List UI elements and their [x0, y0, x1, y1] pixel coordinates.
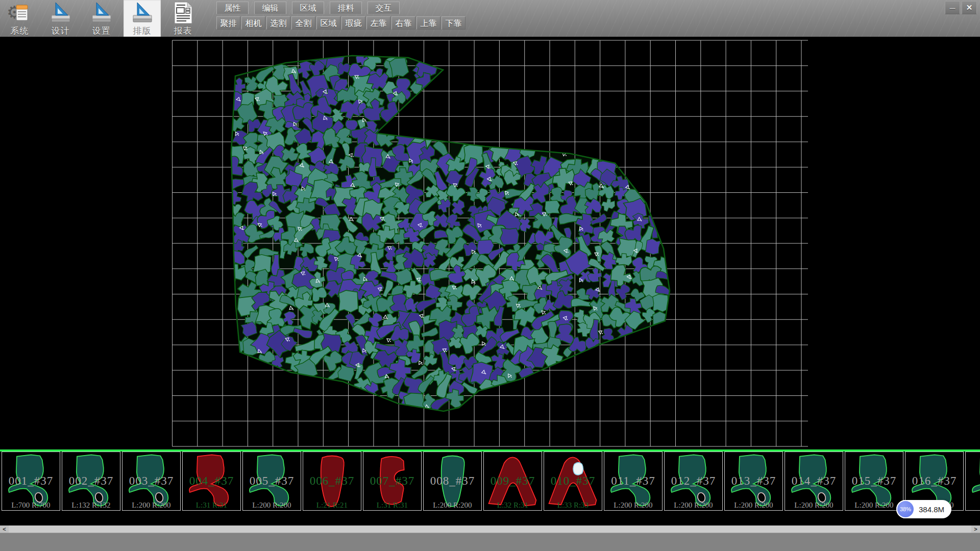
ruler-icon — [89, 1, 114, 24]
part-lr-label: L:200 R:200 — [604, 501, 662, 510]
part-thumbnail-008_#37[interactable]: 008_#37L:200 R:200 — [423, 452, 482, 511]
part-id-label: 014_#37 — [785, 474, 843, 488]
part-id-label: 012_#37 — [665, 474, 722, 488]
gear-icon: ⚙ — [8, 1, 32, 24]
app-button-设计[interactable]: 设计 — [42, 0, 79, 37]
part-lr-label: L:200 R:200 — [243, 501, 301, 510]
part-id-label: 008_#37 — [424, 474, 481, 488]
nesting-canvas-svg — [0, 37, 980, 449]
minimize-button[interactable]: ─ — [945, 1, 960, 14]
part-id-label: 013_#37 — [725, 474, 782, 488]
part-id-label: 009_#37 — [484, 474, 542, 488]
part-thumbnail-pos-16[interactable] — [965, 452, 980, 511]
menu-item-属性[interactable]: 属性 — [216, 2, 249, 14]
app-button-label: 报表 — [174, 25, 192, 37]
tool-button-左靠-6[interactable]: 左靠 — [366, 16, 390, 30]
part-id-label: 006_#37 — [303, 474, 361, 488]
tool-button-全割-3[interactable]: 全割 — [291, 16, 315, 30]
app-button-group: ⚙ 系统 设计 设置 排版 报表 — [1, 0, 205, 37]
memory-badge[interactable]: 38% 384.8M — [896, 500, 951, 518]
part-lr-label: L:31 R:31 — [183, 501, 240, 510]
part-id-label: 002_#37 — [62, 474, 120, 488]
part-id-label: 005_#37 — [243, 474, 301, 488]
menu-item-区域[interactable]: 区域 — [292, 2, 324, 14]
titlebar: ⚙ 系统 设计 设置 排版 报表 属性编辑区域排料交互 聚排相机选割全割区域瑕疵… — [0, 0, 980, 37]
nested-pieces — [220, 48, 676, 416]
app-button-label: 设计 — [52, 25, 70, 37]
scroll-right-arrow-icon[interactable]: > — [971, 525, 980, 533]
part-lr-label: L:32 R:31 — [484, 501, 542, 510]
part-id-label: 016_#37 — [905, 474, 963, 488]
part-thumbnail-011_#37[interactable]: 011_#37L:200 R:200 — [604, 452, 663, 511]
horizontal-scrollbar[interactable]: < > — [0, 525, 980, 533]
part-thumbnail-009_#37[interactable]: 009_#37L:32 R:31 — [483, 452, 542, 511]
part-lr-label: L:200 R:200 — [785, 501, 843, 510]
tool-button-下靠-9[interactable]: 下靠 — [442, 16, 465, 30]
tool-button-相机-1[interactable]: 相机 — [241, 16, 265, 30]
app-button-label: 设置 — [92, 25, 111, 37]
part-lr-label: L:200 R:200 — [725, 501, 782, 510]
menu-item-排料[interactable]: 排料 — [330, 2, 362, 14]
part-lr-label: L:132 R:132 — [62, 501, 120, 510]
part-thumbnail-015_#37[interactable]: 015_#37L:200 R:200 — [845, 452, 903, 511]
tool-button-row: 聚排相机选割全割区域瑕疵左靠右靠上靠下靠 — [216, 16, 467, 30]
tool-button-聚排-0[interactable]: 聚排 — [216, 16, 240, 30]
part-thumbnail-003_#37[interactable]: 003_#37L:200 R:200 — [122, 452, 181, 511]
part-lr-label: L:31 R:31 — [363, 501, 421, 510]
part-id-label: 011_#37 — [604, 474, 662, 488]
app-button-系统[interactable]: ⚙ 系统 — [1, 0, 38, 37]
tool-button-瑕疵-5[interactable]: 瑕疵 — [341, 16, 365, 30]
app-button-label: 排版 — [133, 25, 152, 37]
part-lr-label: L:21 R:21 — [303, 501, 361, 510]
part-lr-label: L:700 R:700 — [2, 501, 60, 510]
close-button[interactable]: ✕ — [962, 1, 977, 14]
part-thumbnail-007_#37[interactable]: 007_#37L:31 R:31 — [363, 452, 422, 511]
memory-label: 384.8M — [919, 505, 944, 514]
app-button-label: 系统 — [11, 25, 29, 37]
part-id-label: 001_#37 — [2, 474, 60, 488]
part-id-label: 003_#37 — [122, 474, 180, 488]
part-lr-label: L:200 R:200 — [665, 501, 722, 510]
percent-label: 38% — [900, 506, 911, 512]
part-lr-label: L:200 R:200 — [122, 501, 180, 510]
menu-item-编辑[interactable]: 编辑 — [254, 2, 286, 14]
cpu-percent-indicator: 38% — [896, 500, 915, 518]
part-filmstrip: 001_#37L:700 R:700002_#37L:132 R:132003_… — [0, 452, 980, 511]
app-button-设置[interactable]: 设置 — [83, 0, 120, 37]
part-id-label: 015_#37 — [845, 474, 903, 488]
part-thumbnail-012_#37[interactable]: 012_#37L:200 R:200 — [664, 452, 723, 511]
part-thumbnail-014_#37[interactable]: 014_#37L:200 R:200 — [785, 452, 843, 511]
part-thumbnail-005_#37[interactable]: 005_#37L:200 R:200 — [242, 452, 301, 511]
part-id-label: 004_#37 — [183, 474, 240, 488]
part-thumbnail-010_#37[interactable]: 010_#37L:33 R:33 — [544, 452, 602, 511]
nesting-canvas[interactable] — [0, 37, 980, 449]
part-lr-label: L:200 R:200 — [424, 501, 481, 510]
part-id-label: 010_#37 — [544, 474, 602, 488]
part-thumbnail-013_#37[interactable]: 013_#37L:200 R:200 — [724, 452, 783, 511]
report-icon — [171, 1, 195, 24]
part-thumbnail-004_#37[interactable]: 004_#37L:31 R:31 — [182, 452, 241, 511]
app-button-报表[interactable]: 报表 — [164, 0, 202, 37]
status-bar — [0, 533, 980, 551]
part-id-label: 007_#37 — [363, 474, 421, 488]
tool-button-上靠-8[interactable]: 上靠 — [416, 16, 440, 30]
tool-button-选割-2[interactable]: 选割 — [266, 16, 290, 30]
part-lr-label: L:33 R:33 — [544, 501, 602, 510]
part-thumbnail-002_#37[interactable]: 002_#37L:132 R:132 — [62, 452, 120, 511]
part-shape — [967, 453, 980, 509]
app-button-排版[interactable]: 排版 — [124, 0, 161, 37]
ruler-icon — [130, 1, 155, 24]
ruler-icon — [48, 1, 73, 24]
menu-item-交互[interactable]: 交互 — [368, 2, 400, 14]
scroll-left-arrow-icon[interactable]: < — [0, 525, 9, 533]
tool-button-右靠-7[interactable]: 右靠 — [391, 16, 415, 30]
menu-bar: 属性编辑区域排料交互 — [216, 2, 405, 14]
part-thumbnail-001_#37[interactable]: 001_#37L:700 R:700 — [2, 452, 60, 511]
tool-button-区域-4[interactable]: 区域 — [316, 16, 340, 30]
window-controls: ─ ✕ — [943, 1, 977, 14]
part-lr-label: L:200 R:200 — [845, 501, 903, 510]
part-thumbnail-006_#37[interactable]: 006_#37L:21 R:21 — [303, 452, 361, 511]
